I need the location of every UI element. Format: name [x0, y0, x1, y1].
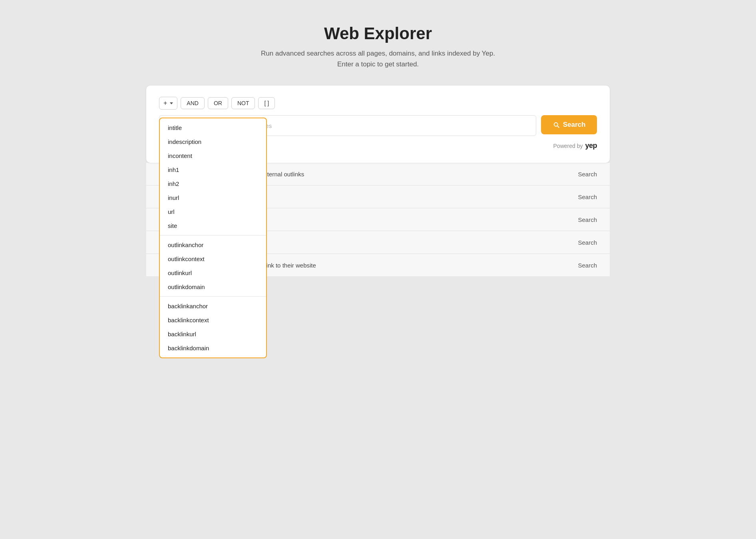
example-search-link[interactable]: Search [578, 239, 597, 246]
page-subtitle-line1: Run advanced searches across all pages, … [261, 48, 495, 59]
chevron-down-icon [170, 102, 173, 104]
example-search-link[interactable]: Search [578, 171, 597, 178]
page-header: Web Explorer Run advanced searches acros… [261, 24, 495, 70]
dropdown-item-indescription[interactable]: indescription [160, 135, 266, 149]
search-button-label: Search [563, 121, 586, 129]
example-search-link[interactable]: Search [578, 194, 597, 200]
operator-dropdown: intitleindescriptionincontentinh1inh2inu… [159, 118, 267, 358]
page-title: Web Explorer [261, 24, 495, 43]
example-search-link[interactable]: Search [578, 262, 597, 269]
search-icon [553, 121, 560, 128]
dropdown-item-site[interactable]: site [160, 219, 266, 233]
dropdown-group-1: intitleindescriptionincontentinh1inh2inu… [160, 118, 266, 235]
toolbar: + AND OR NOT [ ] [159, 97, 597, 110]
dropdown-item-outlinkanchor[interactable]: outlinkanchor [160, 238, 266, 252]
not-button[interactable]: NOT [231, 97, 255, 109]
dropdown-item-backlinkdomain[interactable]: backlinkdomain [160, 341, 266, 355]
dropdown-item-backlinkanchor[interactable]: backlinkanchor [160, 299, 266, 313]
dropdown-item-inurl[interactable]: inurl [160, 191, 266, 205]
search-button[interactable]: Search [541, 115, 597, 134]
page-subtitle-line2: Enter a topic to get started. [261, 59, 495, 70]
powered-by-prefix: Powered by [553, 143, 583, 149]
page-wrapper: Web Explorer Run advanced searches acros… [0, 0, 756, 539]
dropdown-item-outlinkurl[interactable]: outlinkurl [160, 266, 266, 280]
main-card: + AND OR NOT [ ] earch operators to powe… [146, 86, 610, 163]
dropdown-item-incontent[interactable]: incontent [160, 149, 266, 163]
or-button[interactable]: OR [208, 97, 228, 109]
dropdown-item-intitle[interactable]: intitle [160, 121, 266, 135]
dropdown-group-2: outlinkanchoroutlinkcontextoutlinkurlout… [160, 235, 266, 296]
dropdown-item-backlinkurl[interactable]: backlinkurl [160, 327, 266, 341]
and-button[interactable]: AND [181, 97, 205, 109]
dropdown-item-inh1[interactable]: inh1 [160, 163, 266, 177]
plus-label: + [163, 100, 167, 107]
group-button[interactable]: [ ] [258, 97, 275, 109]
example-search-link[interactable]: Search [578, 216, 597, 223]
dropdown-item-outlinkcontext[interactable]: outlinkcontext [160, 252, 266, 266]
dropdown-group-3: backlinkanchorbacklinkcontextbacklinkurl… [160, 296, 266, 357]
dropdown-item-backlinkcontext[interactable]: backlinkcontext [160, 313, 266, 327]
plus-dropdown-button[interactable]: + [159, 97, 177, 110]
yep-logo: yep [585, 142, 597, 150]
dropdown-item-url[interactable]: url [160, 205, 266, 219]
dropdown-item-inh2[interactable]: inh2 [160, 177, 266, 191]
dropdown-item-outlinkdomain[interactable]: outlinkdomain [160, 280, 266, 294]
